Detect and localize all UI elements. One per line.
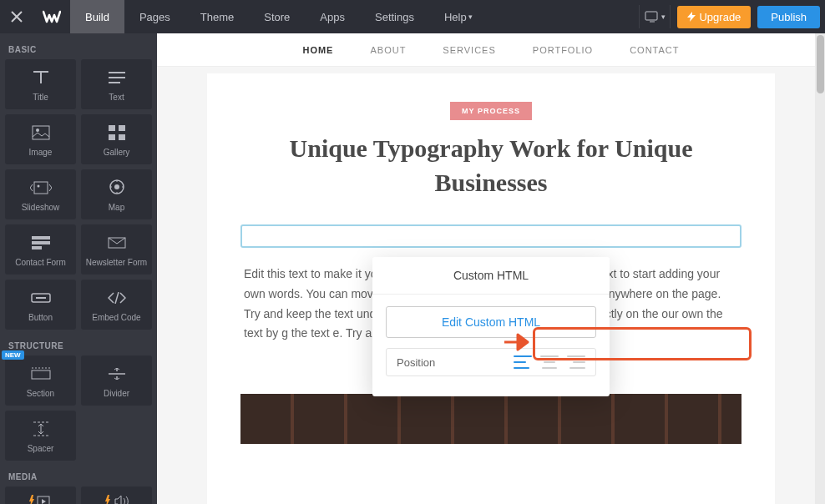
title-icon — [32, 70, 50, 85]
align-left[interactable] — [514, 355, 532, 369]
widget-embed-code[interactable]: Embed Code — [81, 280, 152, 330]
scrollbar[interactable] — [815, 33, 825, 504]
new-badge: NEW — [2, 350, 24, 360]
close-icon — [11, 11, 23, 23]
widget-spacer[interactable]: Spacer — [5, 411, 76, 461]
section-icon — [31, 367, 51, 381]
embed-code-slot[interactable] — [240, 224, 741, 248]
tab-build[interactable]: Build — [70, 0, 124, 33]
svg-rect-13 — [32, 246, 42, 249]
upgrade-button[interactable]: Upgrade — [677, 6, 751, 28]
canvas: HOME ABOUT SERVICES PORTFOLIO CONTACT MY… — [157, 33, 825, 504]
bolt-icon — [687, 12, 696, 22]
widget-newsletter-form[interactable]: Newsletter Form — [81, 224, 152, 275]
close-button[interactable] — [0, 0, 33, 33]
position-segmented — [514, 355, 585, 369]
svg-point-10 — [114, 184, 119, 189]
site-nav: HOME ABOUT SERVICES PORTFOLIO CONTACT — [157, 33, 825, 67]
tab-pages[interactable]: Pages — [124, 0, 185, 33]
text-icon — [108, 71, 126, 84]
section-basic: BASIC — [5, 33, 152, 59]
svg-rect-0 — [645, 12, 657, 20]
spacer-icon — [33, 421, 49, 436]
tab-settings[interactable]: Settings — [360, 0, 429, 33]
page-headline[interactable]: Unique Typography Work for Unique Busine… — [240, 132, 741, 199]
svg-rect-17 — [32, 370, 50, 379]
svg-point-2 — [36, 129, 39, 132]
sidebar: BASIC Title Text Image Gallery Slideshow… — [0, 33, 157, 504]
logo-icon — [43, 10, 61, 23]
section-media: MEDIA — [5, 461, 152, 486]
edit-custom-html-button[interactable]: Edit Custom HTML — [386, 306, 596, 338]
svg-rect-16 — [36, 297, 46, 299]
envelope-icon — [108, 237, 126, 249]
tab-help[interactable]: Help▾ — [429, 0, 488, 33]
svg-rect-3 — [109, 125, 115, 131]
tab-theme[interactable]: Theme — [185, 0, 249, 33]
widget-gallery[interactable]: Gallery — [81, 114, 152, 164]
device-preview-button[interactable]: ▾ — [639, 5, 671, 28]
publish-button[interactable]: Publish — [757, 6, 820, 28]
svg-rect-6 — [119, 134, 125, 140]
tab-store[interactable]: Store — [249, 0, 305, 33]
divider-icon — [108, 368, 126, 380]
widget-button[interactable]: Button — [5, 280, 76, 330]
custom-html-popover: Custom HTML Edit Custom HTML Position — [372, 257, 610, 396]
widget-slideshow[interactable]: Slideshow — [5, 169, 76, 219]
svg-rect-12 — [32, 241, 50, 244]
widget-divider[interactable]: Divider — [81, 355, 152, 406]
tab-apps[interactable]: Apps — [305, 0, 360, 33]
svg-rect-11 — [32, 236, 50, 239]
align-right[interactable] — [567, 355, 585, 369]
image-icon — [32, 125, 50, 140]
widget-audio[interactable] — [81, 486, 152, 504]
svg-rect-4 — [119, 125, 125, 131]
svg-rect-1 — [33, 126, 49, 139]
topbar: Build Pages Theme Store Apps Settings He… — [0, 0, 825, 33]
widget-text[interactable]: Text — [81, 59, 152, 109]
svg-rect-5 — [109, 134, 115, 140]
video-bolt-icon — [29, 495, 53, 504]
position-row: Position — [386, 348, 596, 376]
position-label: Position — [397, 356, 435, 369]
widget-image[interactable]: Image — [5, 114, 76, 164]
svg-rect-7 — [34, 182, 48, 194]
nav-home[interactable]: HOME — [302, 45, 333, 55]
scrollbar-thumb[interactable] — [817, 35, 824, 93]
widget-hd-video[interactable] — [5, 486, 76, 504]
image-strip[interactable] — [240, 394, 741, 444]
widget-map[interactable]: Map — [81, 169, 152, 219]
monitor-icon — [645, 11, 660, 23]
widget-section[interactable]: NEWSection — [5, 355, 76, 406]
align-center[interactable] — [540, 355, 559, 369]
form-icon — [32, 236, 50, 249]
popover-title: Custom HTML — [372, 257, 610, 295]
nav-portfolio[interactable]: PORTFOLIO — [533, 45, 593, 55]
audio-bolt-icon — [105, 495, 129, 504]
main: BASIC Title Text Image Gallery Slideshow… — [0, 33, 825, 504]
topbar-left — [0, 0, 70, 33]
svg-point-8 — [37, 184, 39, 187]
nav-about[interactable]: ABOUT — [370, 45, 406, 55]
section-structure: STRUCTURE — [5, 330, 152, 355]
map-icon — [109, 179, 124, 196]
widget-title[interactable]: Title — [5, 59, 76, 109]
nav-services[interactable]: SERVICES — [443, 45, 495, 55]
nav-contact[interactable]: CONTACT — [630, 45, 679, 55]
page-tag[interactable]: MY PROCESS — [450, 102, 532, 120]
slideshow-icon — [30, 181, 52, 194]
widget-contact-form[interactable]: Contact Form — [5, 224, 76, 275]
code-icon — [108, 292, 126, 304]
gallery-icon — [109, 125, 125, 140]
weebly-logo[interactable] — [33, 0, 70, 33]
button-icon — [31, 293, 51, 303]
